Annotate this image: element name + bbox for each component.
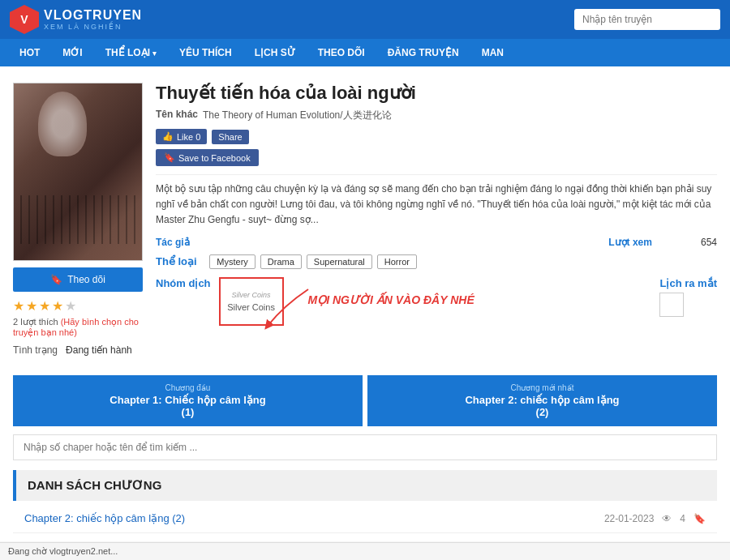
genre-drama[interactable]: Drama [260,254,302,269]
manga-title: Thuyết tiến hóa của loài người [156,83,717,104]
first-chapter-label: Chương đầu [24,383,351,392]
views-label: Lượt xem [608,237,652,248]
nav-lich-su[interactable]: LỊCH SỬ [243,39,307,66]
top-header: V VLOGTRUYEN XEM LÀ NGHIỀN [0,0,730,39]
alt-name-value: The Theory of Human Evolution/人类进化论 [203,109,392,122]
fb-like-button[interactable]: 👍 Like 0 [156,129,207,144]
nav-dang-truyen[interactable]: ĐĂNG TRUYỆN [376,39,470,66]
chapter-date: 22-01-2023 [604,513,654,524]
annotation-text: MỌI NGƯỜI ẤN VÀO ĐÂY NHÉ [308,293,474,306]
genre-mystery[interactable]: Mystery [209,254,256,269]
genres-label: Thể loại [156,255,197,267]
author-label: Tác giả [156,237,190,248]
logo-text-block: VLOGTRUYEN XEM LÀ NGHIỀN [44,8,142,31]
chevron-down-icon: ▾ [152,49,157,58]
nav-the-loai[interactable]: THỂ LOẠI▾ [94,39,168,66]
logo-icon: V [10,5,39,34]
views-value: 654 [701,237,717,248]
latest-chapter-button[interactable]: Chương mới nhất Chapter 2: chiếc hộp câm… [367,375,717,426]
description: Một bộ sưu tập những câu chuyện kỳ lạ và… [156,174,717,229]
thumbs-up-icon: 👍 [162,131,174,142]
logo-area: V VLOGTRUYEN XEM LÀ NGHIỀN [10,5,142,34]
genre-supernatural[interactable]: Supernatural [307,254,372,269]
chapter-meta: 22-01-2023 👁 4 🔖 [604,513,706,524]
chapter-search-input[interactable] [13,434,717,460]
first-chapter-button[interactable]: Chương đầu Chapter 1: Chiếc hộp câm lặng… [13,375,363,426]
chapter-list-item[interactable]: Chapter 2: chiếc hộp câm lặng (2) 22-01-… [13,504,717,533]
bookmark-icon: 🔖 [50,274,62,285]
logo-sub: XEM LÀ NGHIỀN [44,23,142,31]
status-value: Đang tiến hành [66,344,132,356]
star-5[interactable]: ★ [65,298,76,314]
star-2[interactable]: ★ [26,298,37,314]
chapter-buttons: Chương đầu Chapter 1: Chiếc hộp câm lặng… [13,375,717,426]
nav-moi[interactable]: MỚI [51,39,93,66]
release-label: Lịch ra mắt [659,277,717,289]
manga-info: Thuyết tiến hóa của loài người Tên khác … [156,83,717,356]
star-4[interactable]: ★ [52,298,63,314]
chapter-title: Chapter 2: chiếc hộp câm lặng (2) [24,512,185,524]
status-row: Tình trạng Đang tiến hành [13,344,143,356]
logo-main: VLOGTRUYEN [44,8,142,23]
fb-share-button[interactable]: Share [212,130,248,144]
star-3[interactable]: ★ [39,298,50,314]
nav-hot[interactable]: HOT [8,39,51,66]
star-1[interactable]: ★ [13,298,24,314]
chapter-views: 4 [680,513,685,524]
follow-button[interactable]: 🔖 Theo dõi [13,267,143,292]
nav-theo-doi[interactable]: THEO DÕI [307,39,376,66]
flag-icon: 🔖 [164,152,175,163]
search-input[interactable] [574,9,720,30]
latest-chapter-title: Chapter 2: chiếc hộp câm lặng (2) [379,394,706,418]
manga-cover-section: 🔖 Theo dõi ★ ★ ★ ★ ★ 2 lượt thích (Hãy b… [13,83,143,356]
manga-detail: 🔖 Theo dõi ★ ★ ★ ★ ★ 2 lượt thích (Hãy b… [13,75,717,364]
nav-man[interactable]: MAN [470,39,515,66]
social-buttons: 👍 Like 0 Share [156,129,392,144]
first-chapter-title: Chapter 1: Chiếc hộp câm lặng (1) [24,394,351,418]
meta-author-row: Tác giả Lượt xem 654 [156,237,717,248]
release-section: Lịch ra mắt [659,277,717,317]
stars-row: ★ ★ ★ ★ ★ [13,298,143,314]
save-facebook-button[interactable]: 🔖 Save to Facebook [156,149,259,166]
genre-horror[interactable]: Horror [377,254,417,269]
alt-name-row: Tên khác The Theory of Human Evolution/人… [156,109,392,122]
group-label: Nhóm dịch [156,277,211,289]
content-wrapper: 🔖 Theo dõi ★ ★ ★ ★ ★ 2 lượt thích (Hãy b… [0,66,730,541]
bookmark-icon: 🔖 [694,513,706,524]
nav-bar: HOT MỚI THỂ LOẠI▾ YÊU THÍCH LỊCH SỬ THEO… [0,39,730,66]
manga-cover-image [13,83,143,261]
likes-text: 2 lượt thích (Hãy bình chọn cho truyện b… [13,317,143,338]
alt-name-label: Tên khác [156,109,198,120]
latest-chapter-label: Chương mới nhất [379,383,706,392]
nav-yeu-thich[interactable]: YÊU THÍCH [168,39,243,66]
genres-row: Thể loại Mystery Drama Supernatural Horr… [156,254,717,269]
eye-icon: 👁 [662,513,672,524]
chapter-list-header: DANH SÁCH CHƯƠNG [13,470,717,501]
release-box [659,293,684,317]
